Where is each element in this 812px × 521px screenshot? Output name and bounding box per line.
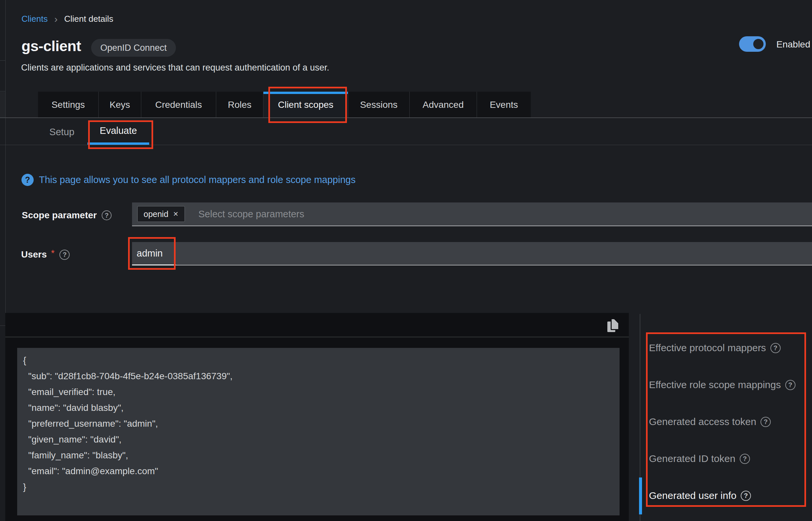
scope-parameter-placeholder: Select scope parameters xyxy=(198,202,304,226)
users-input-focus-underline xyxy=(132,265,176,266)
help-banner-text: This page allows you to see all protocol… xyxy=(39,175,356,185)
code-line: "email": "admin@example.com" xyxy=(23,463,614,479)
code-line: } xyxy=(23,479,614,495)
tab-label: Advanced xyxy=(423,99,464,110)
scope-parameter-label-row: Scope parameter ? xyxy=(22,210,111,221)
code-line: "sub": "d28f1cb8-704b-4f5e-b24e-0385af13… xyxy=(23,368,614,384)
breadcrumb-current: Client details xyxy=(64,14,113,24)
tab-sessions[interactable]: Sessions xyxy=(348,92,409,118)
code-line: "given_name": "david", xyxy=(23,432,614,448)
tab-bar-divider xyxy=(0,117,812,118)
scope-parameter-input[interactable]: openid ✕ Select scope parameters xyxy=(132,202,812,226)
subtab-evaluate[interactable]: Evaluate xyxy=(87,119,149,145)
tab-label: Keys xyxy=(110,99,130,110)
left-strip-divider xyxy=(0,60,5,61)
copy-icon xyxy=(607,318,619,332)
help-icon[interactable]: ? xyxy=(740,454,750,464)
help-icon[interactable]: ? xyxy=(770,343,781,353)
subtab-label: Setup xyxy=(49,127,74,137)
help-icon: ? xyxy=(21,174,34,186)
tab-label: Credentials xyxy=(155,99,202,110)
chip-label: openid xyxy=(144,209,168,219)
code-line: { xyxy=(23,353,614,368)
generated-user-info-json[interactable]: { "sub": "d28f1cb8-704b-4f5e-b24e-0385af… xyxy=(17,348,620,515)
tab-advanced[interactable]: Advanced xyxy=(409,92,477,118)
code-line: "preferred_username": "admin", xyxy=(23,416,614,432)
scope-chip-openid[interactable]: openid ✕ xyxy=(137,206,185,222)
help-icon[interactable]: ? xyxy=(785,380,795,390)
users-value: admin xyxy=(137,242,163,265)
client-tabs: Settings Keys Credentials Roles Client s… xyxy=(38,92,531,118)
left-strip-divider xyxy=(0,325,5,326)
code-line: "name": "david blasby", xyxy=(23,400,614,416)
help-icon[interactable]: ? xyxy=(761,417,771,427)
breadcrumb-chevron-icon: › xyxy=(54,15,58,23)
right-tab-label: Generated access token xyxy=(649,416,756,427)
left-strip-tab-band xyxy=(0,92,5,117)
right-tab-label: Effective protocol mappers xyxy=(649,342,766,354)
users-input[interactable]: admin xyxy=(132,242,812,266)
subtab-setup[interactable]: Setup xyxy=(36,119,87,145)
copy-button[interactable] xyxy=(606,318,621,332)
toggle-knob-icon xyxy=(753,39,764,49)
left-strip-divider xyxy=(0,91,5,91)
breadcrumb-clients-link[interactable]: Clients xyxy=(21,14,47,24)
required-indicator: * xyxy=(51,248,55,258)
users-label-row: Users * ? xyxy=(21,249,70,260)
code-line: "family_name": "blasby", xyxy=(23,448,614,463)
help-icon[interactable]: ? xyxy=(59,250,70,260)
subtab-divider xyxy=(0,145,812,145)
right-tab-effective-protocol-mappers[interactable]: Effective protocol mappers ? xyxy=(649,341,807,355)
result-panel-header-divider xyxy=(5,337,629,337)
code-line: "email_verified": true, xyxy=(23,384,614,400)
users-label: Users xyxy=(21,249,47,260)
enabled-toggle[interactable] xyxy=(739,36,766,52)
protocol-badge: OpenID Connect xyxy=(91,39,176,57)
enabled-toggle-label: Enabled xyxy=(776,39,810,50)
help-banner: ? This page allows you to see all protoc… xyxy=(21,174,356,186)
right-tab-generated-access-token[interactable]: Generated access token ? xyxy=(649,414,807,429)
tab-credentials[interactable]: Credentials xyxy=(141,92,216,118)
tab-label: Settings xyxy=(51,99,85,110)
subtab-label: Evaluate xyxy=(100,125,137,136)
help-icon[interactable]: ? xyxy=(102,210,111,220)
right-tab-label: Generated user info xyxy=(649,490,736,501)
tab-label: Events xyxy=(490,99,518,110)
tab-label: Sessions xyxy=(360,99,398,110)
tab-label: Client scopes xyxy=(278,99,334,110)
help-icon[interactable]: ? xyxy=(741,491,751,501)
breadcrumb: Clients › Client details xyxy=(21,14,113,24)
tab-roles[interactable]: Roles xyxy=(216,92,263,118)
right-tab-label: Generated ID token xyxy=(649,453,735,464)
tab-events[interactable]: Events xyxy=(477,92,531,118)
page-description: Clients are applications and services th… xyxy=(21,63,329,73)
page-title: gs-client xyxy=(21,38,81,55)
tab-label: Roles xyxy=(228,99,252,110)
right-tab-generated-user-info[interactable]: Generated user info ? xyxy=(649,489,807,503)
right-tab-label: Effective role scope mappings xyxy=(649,379,781,390)
right-tab-generated-id-token[interactable]: Generated ID token ? xyxy=(649,451,807,466)
left-nav-strip xyxy=(0,0,6,521)
right-tab-effective-role-scope-mappings[interactable]: Effective role scope mappings ? xyxy=(649,378,807,392)
tab-keys[interactable]: Keys xyxy=(98,92,141,118)
right-tab-active-indicator xyxy=(639,477,642,515)
chip-remove-icon[interactable]: ✕ xyxy=(173,210,178,218)
scope-parameter-label: Scope parameter xyxy=(22,210,97,221)
tab-client-scopes[interactable]: Client scopes xyxy=(263,92,348,118)
tab-settings[interactable]: Settings xyxy=(38,92,98,118)
